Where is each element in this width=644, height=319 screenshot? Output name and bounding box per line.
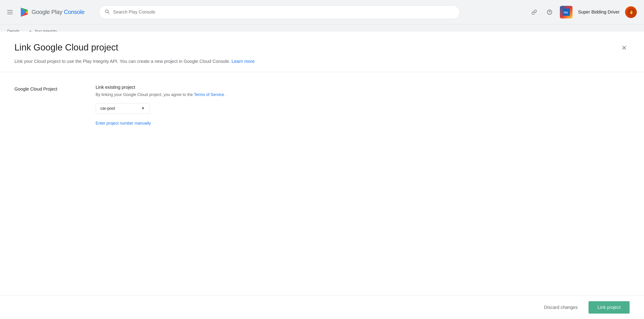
search-icon bbox=[105, 9, 110, 15]
dropdown-value: car-pool bbox=[100, 106, 115, 111]
modal-description: Link your Cloud project to use the Play … bbox=[14, 58, 630, 65]
logo-text: Google Play Console bbox=[32, 8, 84, 15]
search-bar[interactable] bbox=[99, 5, 460, 19]
help-icon-button[interactable] bbox=[544, 7, 554, 17]
terms-of-service-link[interactable]: Terms of Service bbox=[194, 92, 224, 97]
link-icon-button[interactable] bbox=[529, 7, 539, 17]
modal-footer: Discard changes Link project bbox=[0, 296, 644, 319]
modal-title: Link Google Cloud project bbox=[14, 42, 630, 52]
app-badge[interactable]: TRX bbox=[560, 6, 572, 18]
logo-area: Google Play Console bbox=[19, 7, 84, 17]
form-content: Link existing project By linking your Go… bbox=[96, 85, 630, 126]
user-name-label: Super Bidding Driver bbox=[578, 9, 620, 15]
form-section-description: By linking your Google Cloud project, yo… bbox=[96, 92, 630, 98]
avatar[interactable]: 🤚 bbox=[625, 6, 637, 18]
chevron-down-icon: ▼ bbox=[141, 106, 145, 111]
form-row: Google Cloud Project Link existing proje… bbox=[14, 85, 630, 126]
modal-header: Link Google Cloud project Link your Clou… bbox=[0, 31, 644, 72]
form-section-title: Link existing project bbox=[96, 85, 630, 90]
navbar-right: TRX Super Bidding Driver 🤚 bbox=[529, 6, 637, 18]
app-badge-image: TRX bbox=[560, 6, 572, 18]
enter-manually-link[interactable]: Enter project number manually bbox=[96, 121, 151, 125]
form-label-google-cloud-project: Google Cloud Project bbox=[14, 85, 78, 92]
link-cloud-project-modal: Link Google Cloud project Link your Clou… bbox=[0, 31, 644, 319]
svg-line-5 bbox=[108, 12, 109, 13]
svg-text:🤚: 🤚 bbox=[629, 10, 634, 14]
svg-text:TRX: TRX bbox=[564, 11, 568, 14]
modal-body: Google Cloud Project Link existing proje… bbox=[0, 72, 644, 296]
discard-changes-button[interactable]: Discard changes bbox=[537, 301, 585, 314]
link-project-button[interactable]: Link project bbox=[588, 301, 630, 314]
hamburger-menu-icon[interactable] bbox=[7, 8, 15, 16]
google-play-logo-icon bbox=[19, 7, 30, 17]
modal-close-button[interactable] bbox=[619, 42, 630, 53]
close-icon bbox=[621, 45, 627, 51]
search-input[interactable] bbox=[113, 9, 454, 15]
learn-more-link[interactable]: Learn more bbox=[232, 59, 254, 64]
svg-point-7 bbox=[549, 13, 550, 13]
navbar: Google Play Console bbox=[0, 0, 644, 24]
navbar-left: Google Play Console bbox=[7, 7, 84, 17]
project-dropdown[interactable]: car-pool ▼ bbox=[96, 103, 150, 114]
